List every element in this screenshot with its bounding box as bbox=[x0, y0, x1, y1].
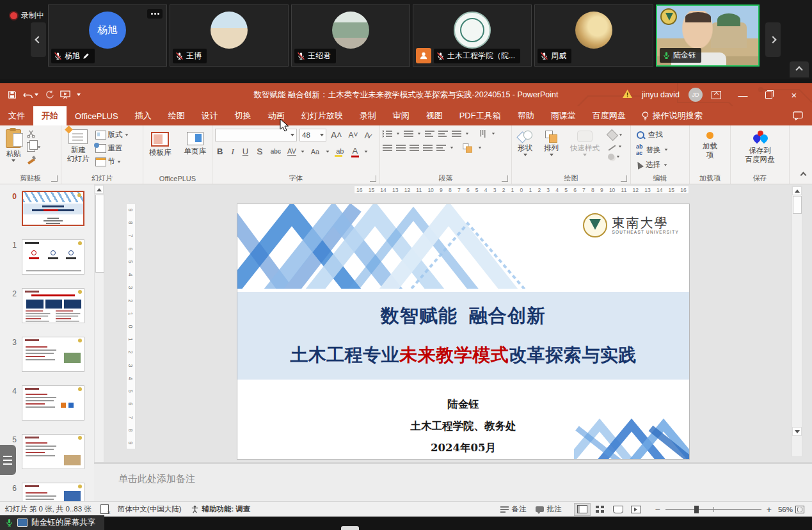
paragraph-dialog-launcher[interactable] bbox=[502, 175, 508, 182]
shape-outline-button[interactable] bbox=[608, 144, 623, 149]
cut-button[interactable] bbox=[27, 130, 41, 138]
minimize-button[interactable]: — bbox=[730, 85, 756, 104]
thumbnail-scrollbar[interactable] bbox=[94, 184, 104, 501]
section-button[interactable]: 节 bbox=[95, 157, 129, 166]
format-painter-button[interactable] bbox=[27, 156, 41, 165]
font-dialog-launcher[interactable] bbox=[370, 175, 376, 182]
account-user-name[interactable]: jinyu david bbox=[642, 90, 680, 99]
proofing-status-button[interactable] bbox=[100, 504, 109, 514]
zoom-level[interactable]: 56% bbox=[778, 506, 793, 513]
more-options-button[interactable] bbox=[147, 9, 163, 19]
start-slideshow-button[interactable] bbox=[60, 90, 70, 99]
slide-sorter-view-button[interactable] bbox=[592, 503, 609, 516]
align-center-button[interactable] bbox=[396, 144, 406, 152]
collapse-ribbon-button[interactable] bbox=[801, 168, 806, 180]
slide-thumbnail-image[interactable] bbox=[22, 385, 84, 421]
slideshow-view-button[interactable] bbox=[628, 503, 644, 516]
thumb-scrollbar-thumb[interactable] bbox=[95, 195, 104, 273]
comment-icon[interactable] bbox=[793, 111, 803, 120]
tab-PDF工具箱[interactable]: PDF工具箱 bbox=[451, 106, 509, 125]
shape-effects-button[interactable] bbox=[608, 154, 623, 160]
participant-tile[interactable]: 杨旭杨旭 bbox=[48, 4, 167, 67]
decrease-font-size-button[interactable]: A˅ bbox=[347, 130, 360, 140]
tab-绘图[interactable]: 绘图 bbox=[160, 106, 193, 125]
tab-帮助[interactable]: 帮助 bbox=[509, 106, 543, 125]
slide-thumbnail[interactable]: 4 bbox=[5, 385, 94, 421]
participant-tile[interactable]: 王绍君 bbox=[291, 4, 410, 67]
slide-thumbnail-image[interactable] bbox=[22, 239, 84, 275]
slide-thumbnail[interactable]: 6 bbox=[5, 483, 94, 501]
convert-to-smartart-button[interactable] bbox=[463, 143, 473, 152]
slide-thumbnail[interactable]: 0 bbox=[5, 191, 94, 226]
slide-thumbnail[interactable]: 5 bbox=[5, 434, 94, 469]
copy-button[interactable] bbox=[27, 142, 41, 152]
tab-文件[interactable]: 文件 bbox=[0, 106, 33, 125]
undo-button[interactable] bbox=[23, 91, 38, 99]
screen-share-banner[interactable]: 陆金钰的屏幕共享 bbox=[0, 515, 104, 530]
zoom-slider[interactable] bbox=[665, 509, 761, 510]
participant-tile[interactable]: 土木工程学院（院... bbox=[413, 4, 532, 67]
tab-雨课堂[interactable]: 雨课堂 bbox=[543, 106, 584, 125]
align-right-button[interactable] bbox=[410, 144, 419, 152]
line-spacing-button[interactable] bbox=[452, 130, 461, 138]
replace-button[interactable]: abac替换 bbox=[636, 143, 668, 156]
new-slide-button[interactable]: 新建 幻灯片 bbox=[64, 127, 93, 166]
redo-button[interactable] bbox=[45, 90, 54, 99]
select-button[interactable]: 选择 bbox=[636, 160, 667, 170]
layout-button[interactable]: 版式 bbox=[95, 130, 129, 140]
customize-qat-button[interactable] bbox=[77, 93, 81, 96]
fit-slide-to-window-button[interactable] bbox=[795, 506, 804, 513]
zoom-slider-thumb[interactable] bbox=[694, 506, 699, 513]
columns-button[interactable] bbox=[436, 144, 446, 152]
slide-thumbnail-image[interactable] bbox=[22, 288, 84, 323]
normal-view-button[interactable] bbox=[574, 503, 591, 516]
clipboard-dialog-launcher[interactable] bbox=[51, 175, 58, 182]
paste-button[interactable]: 粘贴 bbox=[3, 127, 24, 164]
save-to-baidu-button[interactable]: 保存到 百度网盘 bbox=[742, 127, 778, 166]
zoom-out-button[interactable]: − bbox=[655, 504, 660, 515]
notes-pane[interactable]: 单击此处添加备注 bbox=[94, 462, 812, 501]
scroll-down-button[interactable] bbox=[792, 427, 802, 436]
scrollbar-thumb[interactable] bbox=[793, 196, 802, 214]
tab-录制[interactable]: 录制 bbox=[351, 106, 385, 125]
tab-开始[interactable]: 开始 bbox=[33, 106, 67, 125]
scroll-up-button[interactable] bbox=[792, 186, 802, 195]
slide-scrollbar[interactable] bbox=[792, 186, 802, 457]
restore-button[interactable] bbox=[756, 85, 781, 104]
tab-动画[interactable]: 动画 bbox=[260, 106, 293, 125]
strikethrough-button[interactable]: abc bbox=[269, 147, 283, 156]
participant-tile[interactable]: 周威 bbox=[534, 4, 653, 67]
tab-审阅[interactable]: 审阅 bbox=[385, 106, 418, 125]
tab-切换[interactable]: 切换 bbox=[227, 106, 260, 125]
shape-fill-button[interactable] bbox=[608, 131, 623, 139]
slide-thumbnail-image[interactable] bbox=[22, 337, 84, 372]
find-button[interactable]: 查找 bbox=[636, 130, 663, 140]
font-size-combobox[interactable]: 48 bbox=[299, 129, 326, 141]
close-button[interactable]: × bbox=[781, 85, 807, 104]
increase-font-size-button[interactable]: A˄ bbox=[329, 129, 344, 141]
increase-indent-button[interactable] bbox=[438, 130, 448, 138]
slide-thumbnail-image[interactable] bbox=[22, 434, 84, 469]
collapse-video-strip-button[interactable] bbox=[790, 61, 809, 77]
arrange-button[interactable]: 排列 bbox=[541, 129, 562, 158]
addins-button[interactable]: 加载项 bbox=[696, 127, 724, 162]
participant-tile[interactable]: 王博 bbox=[170, 4, 289, 67]
save-button[interactable] bbox=[8, 90, 17, 99]
text-direction-button[interactable] bbox=[480, 130, 486, 138]
tab-幻灯片放映[interactable]: 幻灯片放映 bbox=[293, 106, 351, 125]
participant-tile[interactable]: 陆金钰 bbox=[656, 4, 760, 67]
control-bar-notch[interactable] bbox=[341, 526, 359, 530]
thumb-scroll-up-button[interactable] bbox=[95, 185, 104, 194]
align-left-button[interactable] bbox=[383, 144, 392, 152]
reset-button[interactable]: 重置 bbox=[95, 143, 129, 153]
text-shadow-button[interactable]: S bbox=[255, 146, 264, 157]
text-highlight-button[interactable]: ab bbox=[334, 147, 346, 157]
slide-thumbnail[interactable]: 1 bbox=[5, 239, 94, 275]
numbering-button[interactable] bbox=[404, 130, 413, 138]
italic-button[interactable]: I bbox=[229, 146, 235, 157]
underline-button[interactable]: U bbox=[241, 146, 250, 157]
language-status-button[interactable]: 简体中文(中国大陆) bbox=[118, 504, 182, 514]
slide-thumbnail[interactable]: 2 bbox=[5, 288, 94, 323]
participants-scroll-left-button[interactable] bbox=[31, 22, 46, 57]
tab-视图[interactable]: 视图 bbox=[418, 106, 451, 125]
